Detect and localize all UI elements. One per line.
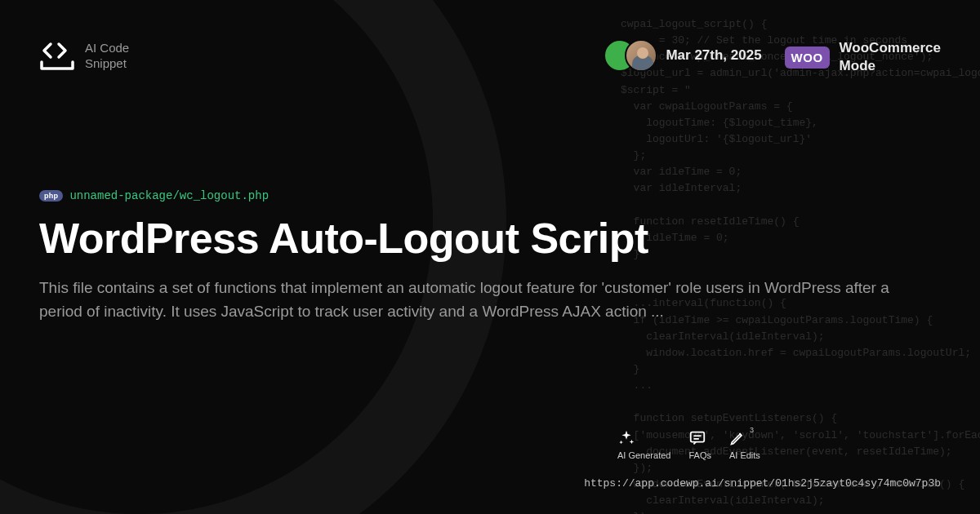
file-path: unnamed-package/wc_logout.php	[69, 189, 269, 202]
mode-line2: Mode	[840, 57, 941, 75]
tag-faqs: FAQs	[688, 429, 711, 460]
php-badge: php	[39, 190, 63, 202]
svg-rect-0	[691, 432, 705, 442]
mode-line1: WooCommerce	[840, 39, 941, 57]
brand-line2: Snippet	[85, 55, 129, 72]
mode-text: WooCommerce Mode	[840, 39, 941, 75]
tag-ai-generated: AI Generated	[617, 429, 670, 460]
woocommerce-badge: WOO	[785, 47, 830, 69]
brand-text: AI Code Snippet	[85, 40, 129, 72]
chat-icon	[688, 429, 706, 447]
tags-row: AI Generated FAQs 3 AI Edits	[617, 429, 760, 460]
header-right: Mar 27th, 2025 WOO WooCommerce Mode	[604, 39, 941, 75]
tag-label: FAQs	[688, 450, 711, 460]
snippet-date: Mar 27th, 2025	[666, 47, 761, 64]
edit-count: 3	[750, 426, 754, 434]
avatar-stack	[604, 39, 657, 72]
tag-label: AI Edits	[729, 450, 760, 460]
brand-line1: AI Code	[85, 40, 129, 56]
tag-ai-edits: 3 AI Edits	[729, 429, 760, 460]
page-title: WordPress Auto-Logout Script	[39, 214, 941, 263]
tag-label: AI Generated	[617, 450, 670, 460]
code-snippet-icon	[39, 39, 75, 72]
pencil-icon: 3	[729, 429, 746, 447]
header: AI Code Snippet Mar 27th, 2025 WOO WooCo…	[39, 39, 941, 75]
brand: AI Code Snippet	[39, 39, 129, 72]
avatar	[625, 39, 657, 72]
mode-block: WOO WooCommerce Mode	[785, 39, 941, 75]
sparkles-icon	[617, 429, 635, 447]
snippet-url: https://app.codewp.ai/snippet/01hs2j5zay…	[584, 477, 941, 490]
main-content: php unnamed-package/wc_logout.php WordPr…	[39, 189, 941, 324]
avatar-date-block: Mar 27th, 2025	[604, 39, 761, 72]
file-row: php unnamed-package/wc_logout.php	[39, 189, 941, 202]
description: This file contains a set of functions th…	[39, 276, 921, 324]
